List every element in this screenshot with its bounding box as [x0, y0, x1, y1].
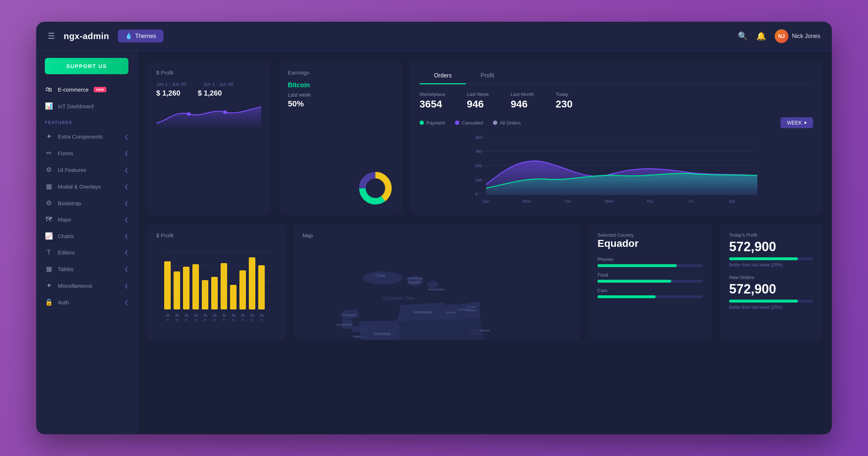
ui-icon: ⚙ — [45, 166, 53, 174]
svg-text:Sat: Sat — [729, 199, 735, 203]
top-row: $ Profit Jun 1 - Jun 30 Jun 1 - Jun 30 $… — [148, 61, 822, 215]
sidebar-item-ecommerce[interactable]: 🛍 E-commerce new — [36, 81, 137, 98]
tab-profit[interactable]: Profit — [466, 69, 509, 84]
profit-val1: $ 1,260 — [156, 89, 180, 97]
orders-area-chart: 400 300 200 100 0 — [420, 134, 813, 206]
sidebar-item-label: Modal & Overlays — [58, 183, 101, 190]
svg-text:Costa Rica: Costa Rica — [336, 323, 352, 326]
week-button[interactable]: WEEK ▾ — [780, 117, 813, 128]
sidebar-item-bootstrap[interactable]: ⚙ Bootstrap ❮ — [36, 195, 137, 211]
svg-text:Mon: Mon — [523, 199, 531, 203]
stat-bar-fill — [597, 295, 656, 298]
profit-bar-card: $ Profit — [148, 224, 285, 340]
sidebar-item-misc[interactable]: ✦ Miscellaneous ❮ — [36, 277, 137, 294]
header: ☰ ngx-admin 💧 Themes 🔍 🔔 NJ Nick Jones — [36, 22, 832, 51]
sidebar-item-extra[interactable]: ✦ Extra Components ❮ — [36, 128, 137, 145]
user-avatar[interactable]: NJ Nick Jones — [775, 29, 820, 43]
legend-dot — [420, 121, 424, 125]
svg-text:Republic: Republic — [408, 280, 421, 284]
content-area: $ Profit Jun 1 - Jun 30 Jun 1 - Jun 30 $… — [137, 51, 832, 434]
earnings-title: Earnings — [288, 69, 393, 76]
svg-text:Wed: Wed — [605, 199, 613, 203]
maps-icon: 🗺 — [45, 216, 53, 223]
todays-profit-label: Today's Profit — [729, 232, 813, 238]
svg-text:Guyana: Guyana — [446, 311, 456, 314]
legend-payment: Payment — [420, 120, 445, 126]
svg-text:Cuba: Cuba — [375, 273, 385, 278]
stat-bar-bg — [597, 280, 703, 283]
svg-text:n: n — [223, 317, 225, 322]
sidebar-item-maps[interactable]: 🗺 Maps ❮ — [36, 211, 137, 228]
chevron-icon: ❮ — [124, 266, 128, 272]
todays-profit-bar-bg — [729, 257, 813, 260]
stat-value: 230 — [556, 98, 573, 110]
country-stats-card: Selected Country Equador Phones Food — [589, 224, 712, 340]
svg-text:Puerto Rico: Puerto Rico — [428, 288, 445, 291]
chevron-icon: ❮ — [124, 151, 128, 156]
earnings-label: Last week — [288, 92, 393, 98]
support-button[interactable]: SUPPORT US — [45, 58, 128, 74]
stat-lastweek: Last Week 946 — [467, 92, 489, 110]
svg-rect-31 — [192, 264, 199, 309]
stat-lastmonth: Last Month 946 — [511, 92, 534, 110]
orders-legend: Payment Cancelled All Orders WEEK ▾ — [420, 117, 813, 128]
stat-phones: Phones — [597, 257, 703, 267]
profit-values: $ 1,260 $ 1,260 — [156, 89, 262, 97]
profit-val2: $ 1,260 — [198, 89, 222, 97]
header-actions: 🔍 🔔 NJ Nick Jones — [738, 29, 820, 43]
svg-text:300: 300 — [475, 149, 482, 153]
svg-text:n: n — [232, 317, 234, 322]
profit-bar-title: $ Profit — [156, 232, 276, 238]
sidebar-item-label: Forms — [58, 150, 73, 156]
svg-rect-37 — [249, 257, 255, 309]
chevron-icon: ❮ — [124, 167, 128, 173]
svg-text:Nicaragua: Nicaragua — [341, 313, 356, 317]
svg-point-1 — [223, 110, 227, 114]
svg-rect-28 — [164, 261, 171, 309]
sidebar-item-label: UI Features — [58, 167, 86, 173]
todays-profit-bar-fill — [729, 257, 798, 260]
themes-button[interactable]: 💧 Themes — [118, 30, 163, 42]
sidebar-item-editors[interactable]: T Editors ❮ — [36, 244, 137, 261]
stat-marketplace: Marketplace 3654 — [420, 92, 445, 110]
legend-label: Payment — [426, 120, 445, 126]
svg-text:Ja: Ja — [231, 313, 236, 317]
orders-tabs: Orders Profit — [420, 69, 813, 84]
chevron-icon: ❮ — [124, 300, 128, 305]
svg-text:n: n — [176, 317, 178, 322]
map-card: Map Cuba — [294, 224, 580, 340]
app-container: ☰ ngx-admin 💧 Themes 🔍 🔔 NJ Nick Jones S… — [36, 22, 832, 434]
sidebar-item-ui[interactable]: ⚙ UI Features ❮ — [36, 161, 137, 178]
sidebar-item-modal[interactable]: ▦ Modal & Overlays ❮ — [36, 178, 137, 195]
search-icon[interactable]: 🔍 — [738, 31, 748, 41]
stat-cars: Cars — [597, 288, 703, 298]
svg-text:0: 0 — [475, 192, 477, 196]
stat-label: Last Week — [467, 92, 489, 97]
profit-date1: Jun 1 - Jun 30 — [156, 81, 186, 87]
sidebar-item-auth[interactable]: 🔒 Auth ❮ — [36, 294, 137, 311]
sidebar-item-iot[interactable]: 📊 IoT Dashboard — [36, 98, 137, 114]
svg-text:n: n — [204, 317, 206, 322]
hamburger-icon[interactable]: ☰ — [48, 31, 55, 41]
sidebar-item-charts[interactable]: 📈 Charts ❮ — [36, 228, 137, 244]
donut-container — [288, 170, 393, 206]
new-orders-value: 572,900 — [729, 282, 813, 297]
svg-text:n: n — [166, 317, 169, 322]
sidebar-item-forms[interactable]: ✏ Forms ❮ — [36, 145, 137, 161]
new-orders-bar-fill — [729, 300, 798, 303]
todays-profit-sublabel: Better than last week (20%) — [729, 262, 813, 267]
svg-text:Ja: Ja — [203, 313, 208, 317]
svg-text:Dominican: Dominican — [407, 276, 423, 280]
profit-dates: Jun 1 - Jun 30 Jun 1 - Jun 30 — [156, 81, 262, 87]
svg-text:Ja: Ja — [250, 313, 255, 317]
stat-value: 946 — [511, 98, 534, 110]
chevron-down-icon: ▾ — [804, 120, 807, 126]
sidebar-item-tables[interactable]: ▦ Tables ❮ — [36, 261, 137, 277]
stat-label: Phones — [597, 257, 703, 262]
tab-orders[interactable]: Orders — [420, 69, 466, 84]
svg-rect-35 — [230, 285, 237, 309]
new-badge: new — [94, 87, 106, 92]
legend-label: All Orders — [500, 120, 521, 126]
svg-point-0 — [187, 112, 191, 116]
bell-icon[interactable]: 🔔 — [756, 31, 766, 41]
